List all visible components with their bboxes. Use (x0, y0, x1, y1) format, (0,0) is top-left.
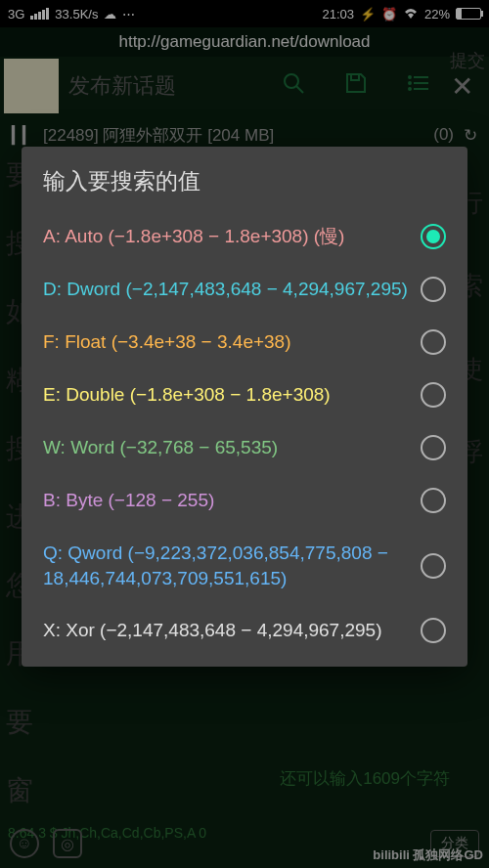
radio-icon[interactable] (421, 382, 446, 408)
radio-icon[interactable] (421, 488, 446, 513)
radio-icon[interactable] (421, 553, 446, 579)
type-option-0[interactable]: A: Auto (−1.8e+308 − 1.8e+308) (慢) (22, 210, 467, 263)
type-option-4[interactable]: W: Word (−32,768 − 65,535) (22, 421, 467, 474)
type-option-label: W: Word (−32,768 − 65,535) (43, 435, 421, 460)
type-option-label: F: Float (−3.4e+38 − 3.4e+38) (43, 329, 421, 355)
type-option-5[interactable]: B: Byte (−128 − 255) (22, 474, 467, 527)
type-option-label: Q: Qword (−9,223,372,036,854,775,808 − 1… (43, 541, 421, 590)
radio-icon[interactable] (421, 618, 446, 643)
type-option-7[interactable]: X: Xor (−2,147,483,648 − 4,294,967,295) (22, 604, 467, 657)
type-option-label: D: Dword (−2,147,483,648 − 4,294,967,295… (43, 277, 421, 302)
type-option-label: A: Auto (−1.8e+308 − 1.8e+308) (慢) (43, 224, 421, 249)
type-option-1[interactable]: D: Dword (−2,147,483,648 − 4,294,967,295… (22, 263, 467, 316)
radio-icon[interactable] (421, 277, 446, 302)
type-option-label: E: Double (−1.8e+308 − 1.8e+308) (43, 382, 421, 408)
type-option-2[interactable]: F: Float (−3.4e+38 − 3.4e+38) (22, 316, 467, 369)
type-option-3[interactable]: E: Double (−1.8e+308 − 1.8e+308) (22, 369, 467, 421)
type-option-label: X: Xor (−2,147,483,648 − 4,294,967,295) (43, 618, 421, 643)
dialog-title: 输入要搜索的值 (22, 166, 467, 210)
radio-icon[interactable] (421, 435, 446, 460)
type-option-label: B: Byte (−128 − 255) (43, 488, 421, 513)
radio-icon[interactable] (421, 329, 446, 355)
radio-icon[interactable] (421, 224, 446, 249)
type-dialog: 输入要搜索的值 A: Auto (−1.8e+308 − 1.8e+308) (… (22, 147, 467, 667)
type-option-6[interactable]: Q: Qword (−9,223,372,036,854,775,808 − 1… (22, 527, 467, 604)
